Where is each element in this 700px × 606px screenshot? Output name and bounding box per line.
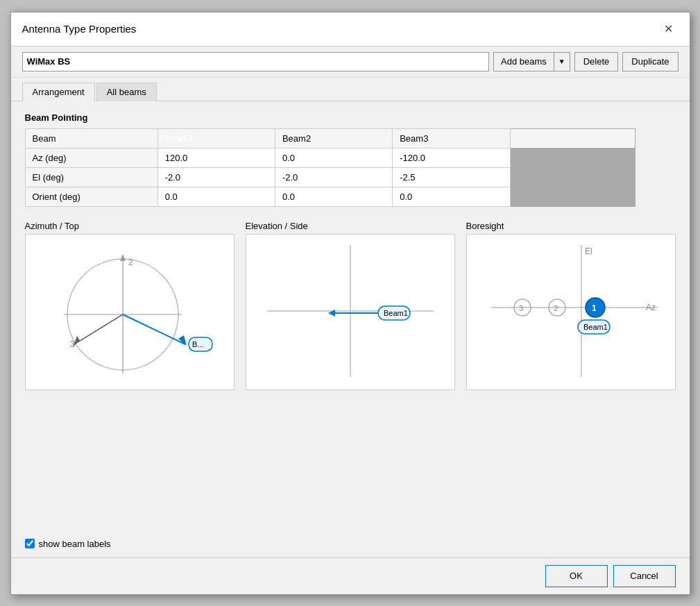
add-beams-split-button: Add beams ▼ [493, 52, 570, 71]
row-header-beam: Beam [25, 128, 157, 148]
svg-text:Beam1: Beam1 [384, 309, 408, 317]
dialog-footer: OK Cancel [11, 557, 690, 594]
azimuth-label: Azimuth / Top [25, 221, 234, 231]
table-row: Beam Beam1 Beam2 Beam3 [25, 128, 635, 148]
beam1-orient-cell[interactable]: 0.0 [157, 187, 275, 206]
add-beams-button[interactable]: Add beams [494, 53, 554, 71]
show-beam-labels-row: show beam labels [25, 539, 111, 549]
beam2-orient-cell[interactable]: 0.0 [275, 187, 392, 206]
row-header-el: El (deg) [25, 167, 157, 187]
svg-text:Beam1: Beam1 [583, 323, 608, 331]
boresight-svg: El Az 3 2 1 [467, 235, 675, 387]
show-beam-labels-label: show beam labels [39, 539, 111, 549]
azimuth-panel: Azimuth / Top 2 3 [25, 221, 234, 390]
show-beam-labels-checkbox[interactable] [25, 539, 35, 548]
svg-line-8 [74, 314, 123, 344]
beam1-az-cell[interactable]: 120.0 [157, 148, 275, 167]
toolbar: Add beams ▼ Delete Duplicate [11, 47, 690, 78]
empty-el-cell [510, 167, 635, 187]
svg-text:B...: B... [192, 340, 204, 348]
tab-arrangement[interactable]: Arrangement [22, 83, 95, 101]
elevation-view: Beam1 [246, 234, 455, 390]
svg-text:2: 2 [554, 304, 558, 312]
boresight-view: El Az 3 2 1 [466, 234, 676, 390]
azimuth-svg: 2 3 B... [26, 235, 234, 387]
cancel-button[interactable]: Cancel [613, 565, 676, 587]
ok-button[interactable]: OK [545, 565, 608, 587]
table-row: Orient (deg) 0.0 0.0 0.0 [25, 187, 635, 206]
empty-orient-cell [510, 187, 635, 206]
beam2-el-cell[interactable]: -2.0 [275, 167, 392, 187]
antenna-type-properties-dialog: Antenna Type Properties ✕ Add beams ▼ De… [10, 12, 690, 595]
tab-all-beams[interactable]: All beams [96, 83, 157, 101]
svg-marker-3 [120, 254, 126, 261]
beam3-orient-cell[interactable]: 0.0 [393, 187, 510, 206]
empty-header-cell [510, 128, 635, 148]
elevation-svg: Beam1 [246, 235, 454, 387]
svg-text:2: 2 [128, 258, 133, 267]
elevation-label: Elevation / Side [246, 221, 455, 231]
beam-pointing-table: Beam Beam1 Beam2 Beam3 Az (deg) 120.0 0.… [25, 128, 635, 207]
beam2-az-cell[interactable]: 0.0 [275, 148, 392, 167]
elevation-panel: Elevation / Side Beam1 [246, 221, 455, 390]
duplicate-button[interactable]: Duplicate [622, 52, 678, 71]
svg-marker-7 [178, 335, 187, 346]
beam3-el-cell[interactable]: -2.5 [393, 167, 510, 187]
delete-button[interactable]: Delete [574, 52, 619, 71]
close-button[interactable]: ✕ [659, 19, 678, 39]
svg-text:El: El [585, 246, 592, 256]
title-bar: Antenna Type Properties ✕ [11, 12, 690, 47]
table-row: Az (deg) 120.0 0.0 -120.0 [25, 148, 635, 167]
empty-az-cell [510, 148, 635, 167]
dialog-title: Antenna Type Properties [22, 23, 137, 35]
svg-text:1: 1 [592, 303, 597, 313]
azimuth-view: 2 3 B... [25, 234, 234, 390]
beam3-az-cell[interactable]: -120.0 [393, 148, 510, 167]
add-beams-dropdown-arrow[interactable]: ▼ [554, 53, 570, 71]
tabs-bar: Arrangement All beams [11, 78, 690, 101]
visualization-row: Azimuth / Top 2 3 [25, 221, 676, 390]
beam3-header-cell[interactable]: Beam3 [393, 128, 510, 148]
antenna-name-input[interactable] [22, 52, 490, 71]
row-header-orient: Orient (deg) [25, 187, 157, 206]
footer-controls: show beam labels [11, 533, 690, 557]
beam-pointing-title: Beam Pointing [25, 112, 676, 123]
beam2-header-cell[interactable]: Beam2 [275, 128, 392, 148]
beam1-el-cell[interactable]: -2.0 [157, 167, 275, 187]
table-row: El (deg) -2.0 -2.0 -2.5 [25, 167, 635, 187]
boresight-label: Boresight [466, 221, 676, 231]
beam1-header-cell[interactable]: Beam1 [157, 128, 275, 148]
row-header-az: Az (deg) [25, 148, 157, 167]
svg-text:Az: Az [646, 303, 656, 312]
tab-content-arrangement: Beam Pointing Beam Beam1 Beam2 Beam3 Az … [11, 101, 690, 533]
boresight-panel: Boresight El Az 3 [466, 221, 676, 390]
svg-text:3: 3 [519, 304, 523, 312]
